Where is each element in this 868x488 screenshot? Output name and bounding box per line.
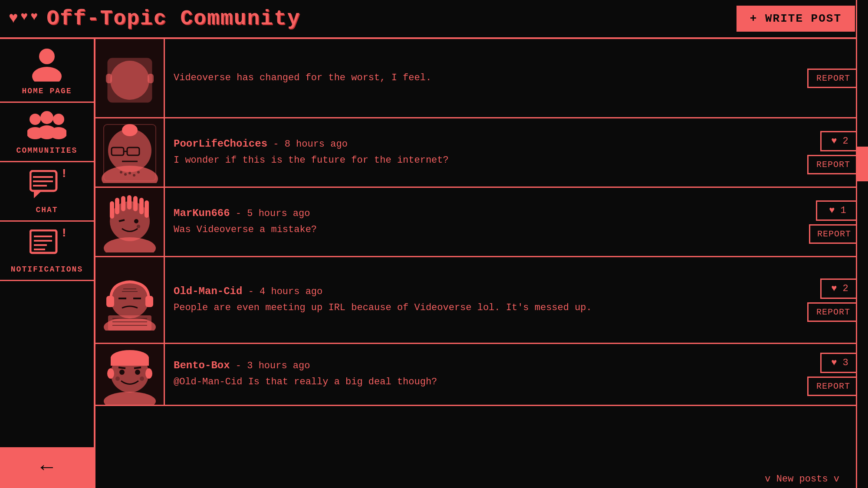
- new-posts-indicator[interactable]: v New posts v: [758, 470, 846, 488]
- scrollbar-thumb[interactable]: [856, 147, 868, 181]
- scrollbar-track[interactable]: [856, 0, 868, 488]
- notifications-icon: !: [30, 229, 64, 262]
- svg-point-2: [30, 114, 41, 125]
- svg-point-66: [135, 370, 140, 375]
- header-hearts: ♥ ♥ ♥: [9, 11, 38, 26]
- post-card-oldmancid: Old-Man-Cid - 4 hours ago People are eve…: [95, 257, 868, 344]
- post-body-markun: MarKun666 - 5 hours ago Was Videoverse a…: [165, 188, 800, 256]
- post-avatar-oldmancid: [95, 257, 165, 343]
- post-content-poorlife: I wonder if this is the future for the i…: [174, 154, 790, 167]
- like-button-markun[interactable]: ♥ 1: [816, 200, 859, 221]
- back-arrow-icon: ←: [41, 456, 53, 479]
- post-time-oldmancid: - 4 hours ago: [248, 286, 323, 297]
- content-area[interactable]: Videoverse has changed for the worst, I …: [95, 39, 868, 488]
- svg-line-68: [134, 367, 141, 368]
- communities-icon: [27, 111, 66, 143]
- username-poorlife: PoorLifeChoices: [174, 138, 267, 150]
- sidebar-label-chat: CHAT: [36, 206, 58, 214]
- svg-rect-62: [111, 357, 149, 366]
- post-time-poorlife: - 8 hours ago: [273, 139, 348, 150]
- heart-icon-2: ♥: [21, 11, 28, 26]
- post-time-bento: - 3 hours ago: [236, 360, 310, 371]
- svg-point-32: [128, 172, 131, 174]
- post-body-poorlife: PoorLifeChoices - 8 hours ago I wonder i…: [165, 118, 799, 187]
- svg-rect-20: [106, 74, 112, 83]
- username-markun: MarKun666: [174, 207, 230, 219]
- svg-rect-54: [145, 296, 153, 307]
- svg-rect-40: [127, 195, 132, 210]
- post-avatar-poorlife: [95, 118, 165, 187]
- post-meta-bento: Bento-Box - 3 hours ago: [174, 360, 790, 371]
- svg-point-63: [107, 368, 114, 379]
- like-button-oldmancid[interactable]: ♥ 2: [820, 278, 859, 299]
- notifications-exclaim-icon: !: [60, 227, 68, 239]
- svg-point-30: [120, 171, 122, 174]
- like-button-bento[interactable]: ♥ 3: [820, 353, 859, 373]
- post-content-bento: @Old-Man-Cid Is that really a big deal t…: [174, 376, 790, 389]
- sidebar-item-homepage[interactable]: HOME PAGE: [0, 39, 94, 103]
- post-body-oldmancid: Old-Man-Cid - 4 hours ago People are eve…: [165, 257, 799, 343]
- post-content-partial: Videoverse has changed for the worst, I …: [174, 72, 790, 85]
- svg-point-31: [124, 173, 127, 176]
- svg-marker-12: [34, 191, 42, 198]
- post-content-markun: Was Videoverse a mistake?: [174, 223, 792, 237]
- post-body-partial: Videoverse has changed for the worst, I …: [165, 39, 799, 117]
- report-button-oldmancid[interactable]: REPORT: [807, 302, 859, 322]
- header: ♥ ♥ ♥ Off-Topic Community + WRITE POST: [0, 0, 868, 39]
- post-card-bento: Bento-Box - 3 hours ago @Old-Man-Cid Is …: [95, 344, 868, 406]
- svg-point-1: [32, 67, 62, 82]
- back-button[interactable]: ←: [0, 447, 94, 488]
- sidebar-item-notifications[interactable]: ! NOTIFICATIONS: [0, 222, 94, 281]
- post-time-markun: - 5 hours ago: [236, 208, 310, 219]
- svg-point-59: [104, 392, 156, 405]
- report-button-partial[interactable]: REPORT: [807, 69, 859, 88]
- svg-point-6: [53, 114, 64, 125]
- post-avatar-bento: [95, 344, 165, 405]
- sidebar: HOME PAGE COMMUNITIES: [0, 39, 95, 488]
- svg-line-67: [118, 367, 125, 368]
- svg-rect-39: [121, 196, 125, 211]
- post-card-markun: MarKun666 - 5 hours ago Was Videoverse a…: [95, 188, 868, 257]
- svg-point-19: [110, 61, 149, 100]
- post-avatar-partial: [95, 39, 165, 117]
- post-body-bento: Bento-Box - 3 hours ago @Old-Man-Cid Is …: [165, 344, 799, 405]
- svg-rect-41: [133, 196, 138, 211]
- report-button-bento[interactable]: REPORT: [807, 377, 859, 396]
- chat-exclaim-icon: !: [60, 168, 68, 180]
- chat-icon: !: [30, 170, 64, 202]
- main-layout: HOME PAGE COMMUNITIES: [0, 39, 868, 488]
- post-content-oldmancid: People are even meeting up IRL because o…: [174, 301, 790, 315]
- svg-point-46: [137, 225, 140, 228]
- username-bento: Bento-Box: [174, 360, 230, 371]
- sidebar-label-homepage: HOME PAGE: [22, 87, 72, 95]
- post-meta-oldmancid: Old-Man-Cid - 4 hours ago: [174, 285, 790, 297]
- report-button-markun[interactable]: REPORT: [809, 224, 859, 244]
- heart-icon-3: ♥: [30, 11, 38, 26]
- sidebar-item-communities[interactable]: COMMUNITIES: [0, 103, 94, 162]
- svg-rect-42: [139, 198, 144, 214]
- svg-point-69: [115, 377, 120, 381]
- svg-point-70: [140, 377, 144, 381]
- svg-rect-37: [110, 201, 114, 219]
- svg-point-33: [133, 174, 135, 177]
- report-button-poorlife[interactable]: REPORT: [807, 155, 859, 174]
- svg-point-34: [137, 171, 140, 174]
- svg-point-64: [145, 368, 152, 379]
- sidebar-label-notifications: NOTIFICATIONS: [11, 265, 83, 274]
- heart-icon-1: ♥: [9, 11, 18, 26]
- sidebar-item-chat[interactable]: ! CHAT: [0, 162, 94, 222]
- post-meta-markun: MarKun666 - 5 hours ago: [174, 207, 792, 219]
- post-card-poorlife: PoorLifeChoices - 8 hours ago I wonder i…: [95, 118, 868, 188]
- post-meta-poorlife: PoorLifeChoices - 8 hours ago: [174, 138, 790, 150]
- username-oldmancid: Old-Man-Cid: [174, 285, 242, 297]
- home-page-icon: [30, 47, 64, 83]
- write-post-button[interactable]: + WRITE POST: [736, 6, 855, 32]
- svg-rect-43: [145, 200, 149, 218]
- svg-point-45: [134, 219, 138, 223]
- like-button-poorlife[interactable]: ♥ 2: [820, 131, 859, 151]
- post-card-partial: Videoverse has changed for the worst, I …: [95, 39, 868, 118]
- svg-rect-21: [148, 74, 154, 83]
- svg-point-4: [40, 111, 53, 124]
- page-title: Off-Topic Community: [46, 7, 300, 30]
- svg-rect-53: [106, 296, 114, 307]
